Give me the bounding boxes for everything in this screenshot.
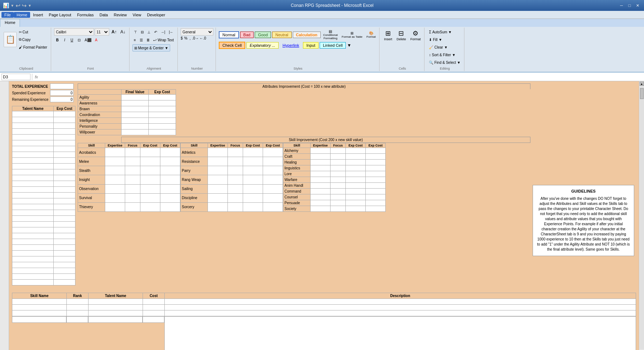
bottom-rank[interactable] xyxy=(67,305,89,310)
skill-focus[interactable] xyxy=(331,160,346,165)
skill-focus[interactable] xyxy=(331,177,346,183)
skill-expertise[interactable] xyxy=(105,148,125,157)
skill-expertise[interactable] xyxy=(105,166,125,175)
skill-expcost2[interactable] xyxy=(366,194,386,200)
talent-name-cell[interactable] xyxy=(12,164,54,169)
skill-expcost1[interactable] xyxy=(346,171,366,177)
skill-expertise[interactable] xyxy=(311,183,331,189)
attr-final-value[interactable] xyxy=(122,95,149,100)
talent-name-cell[interactable] xyxy=(12,204,54,210)
cell-reference-input[interactable]: D3 xyxy=(1,74,30,80)
attr-final-value[interactable] xyxy=(122,100,149,106)
talent-name-cell[interactable] xyxy=(12,256,54,262)
talent-cost-cell[interactable] xyxy=(54,169,75,175)
bottom-desc[interactable] xyxy=(165,310,636,316)
skill-expcost1[interactable] xyxy=(243,175,263,184)
talent-name-cell[interactable] xyxy=(12,233,54,239)
skill-focus[interactable] xyxy=(228,157,243,166)
sort-filter-button[interactable]: ↕ Sort & Filter ▼ xyxy=(427,51,457,58)
talent-cost-cell[interactable] xyxy=(54,198,75,204)
skill-expcost1[interactable] xyxy=(140,184,160,193)
talent-cost-cell[interactable] xyxy=(54,274,75,280)
skill-expcost2[interactable] xyxy=(366,200,386,206)
menu-home[interactable]: Home xyxy=(14,12,30,18)
skill-expertise[interactable] xyxy=(105,193,125,202)
style-input[interactable]: Input xyxy=(303,42,318,49)
talent-cost-cell[interactable] xyxy=(54,222,75,227)
talent-name-cell[interactable] xyxy=(12,123,54,129)
skill-expertise[interactable] xyxy=(311,177,331,183)
talent-name-cell[interactable] xyxy=(12,129,54,135)
fill-color-button[interactable]: A⬛ xyxy=(83,36,93,44)
skill-expertise[interactable] xyxy=(311,206,331,212)
format-painter-button[interactable]: 🖌 Format Painter xyxy=(17,44,49,51)
talent-cost-cell[interactable] xyxy=(54,117,75,123)
talent-name-cell[interactable] xyxy=(12,117,54,123)
skill-expertise[interactable] xyxy=(208,175,228,184)
skill-expcost1[interactable] xyxy=(243,193,263,202)
menu-developer[interactable]: Developer xyxy=(144,12,168,18)
talent-name-cell[interactable] xyxy=(12,216,54,222)
skill-expcost2[interactable] xyxy=(263,148,283,157)
skill-expertise[interactable] xyxy=(311,171,331,177)
talent-name-cell[interactable] xyxy=(12,158,54,164)
skill-expcost2[interactable] xyxy=(366,165,386,171)
talent-name-cell[interactable] xyxy=(12,187,54,193)
skill-focus[interactable] xyxy=(331,154,346,160)
talent-cost-cell[interactable] xyxy=(54,123,75,129)
menu-formulas[interactable]: Formulas xyxy=(74,12,97,18)
style-neutral[interactable]: Neutral xyxy=(272,32,291,38)
align-bottom-button[interactable]: ⊥ xyxy=(146,28,152,36)
skill-expertise[interactable] xyxy=(311,160,331,165)
border-button[interactable]: ⊡ xyxy=(76,36,82,44)
style-normal[interactable]: Normal xyxy=(219,31,239,38)
bottom-cost[interactable] xyxy=(143,310,165,316)
skill-focus[interactable] xyxy=(228,148,243,157)
autosum-button[interactable]: Σ AutoSum ▼ xyxy=(427,28,453,36)
skill-expcost2[interactable] xyxy=(366,177,386,183)
attr-final-value[interactable] xyxy=(122,106,149,112)
skill-focus[interactable] xyxy=(331,165,346,171)
skill-expcost1[interactable] xyxy=(346,206,366,212)
skill-focus[interactable] xyxy=(331,183,346,189)
number-format-select[interactable]: General xyxy=(181,28,213,36)
attr-final-value[interactable] xyxy=(122,112,149,118)
tab-home[interactable]: Home xyxy=(0,19,20,27)
underline-button[interactable]: U xyxy=(69,36,75,44)
skill-expertise[interactable] xyxy=(311,165,331,171)
talent-name-cell[interactable] xyxy=(12,274,54,280)
bottom-rank[interactable] xyxy=(67,310,89,316)
style-bad[interactable]: Bad xyxy=(240,32,254,38)
skill-focus[interactable] xyxy=(331,194,346,200)
bottom-cost[interactable] xyxy=(143,305,165,310)
bottom-talent-name[interactable] xyxy=(89,310,143,316)
skill-expcost1[interactable] xyxy=(346,154,366,160)
cut-button[interactable]: ✂ Cut xyxy=(17,28,49,36)
skill-expcost2[interactable] xyxy=(263,202,283,211)
skill-focus[interactable] xyxy=(125,184,140,193)
talent-name-cell[interactable] xyxy=(12,251,54,256)
skill-expertise[interactable] xyxy=(208,157,228,166)
minimize-button[interactable]: ─ xyxy=(618,2,625,9)
talent-cost-cell[interactable] xyxy=(54,262,75,268)
merge-center-button[interactable]: ⊞ Merge & Center ▼ xyxy=(132,44,170,52)
talent-name-cell[interactable] xyxy=(12,152,54,158)
skill-expcost2[interactable] xyxy=(263,184,283,193)
align-center-button[interactable]: ☰ xyxy=(138,36,144,44)
skill-expcost1[interactable] xyxy=(243,148,263,157)
skill-focus[interactable] xyxy=(331,171,346,177)
styles-scroll-down-icon[interactable]: ▼ xyxy=(347,43,351,48)
style-linked-cell[interactable]: Linked Cell xyxy=(320,42,346,49)
skill-expcost2[interactable] xyxy=(160,148,180,157)
font-color-button[interactable]: A xyxy=(94,36,99,44)
skill-expertise[interactable] xyxy=(311,194,331,200)
skill-expcost2[interactable] xyxy=(366,206,386,212)
skill-focus[interactable] xyxy=(331,189,346,194)
bottom-talent-name[interactable] xyxy=(89,299,143,305)
skill-expertise[interactable] xyxy=(105,184,125,193)
talent-cost-cell[interactable] xyxy=(54,268,75,274)
talent-name-cell[interactable] xyxy=(12,210,54,216)
talent-cost-cell[interactable] xyxy=(54,164,75,169)
attr-exp-cost[interactable] xyxy=(149,100,176,106)
talent-name-cell[interactable] xyxy=(12,181,54,187)
